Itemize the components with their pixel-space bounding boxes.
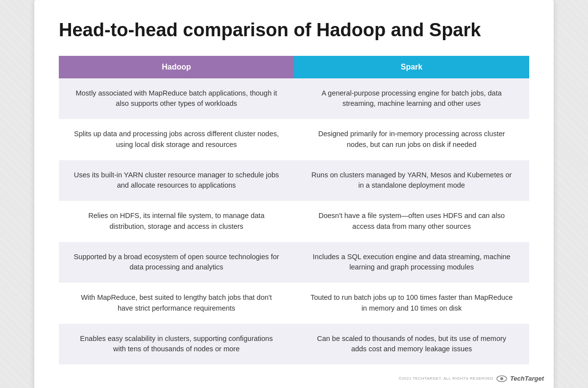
table-row: Splits up data and processing jobs acros… [59, 119, 529, 160]
main-card: Head-to-head comparison of Hadoop and Sp… [34, 0, 554, 388]
cell-hadoop: Enables easy scalability in clusters, su… [59, 324, 294, 365]
cell-hadoop: With MapReduce, best suited to lengthy b… [59, 283, 294, 324]
table-row: Enables easy scalability in clusters, su… [59, 324, 529, 365]
cell-spark: Can be scaled to thousands of nodes, but… [294, 324, 529, 365]
cell-hadoop: Splits up data and processing jobs acros… [59, 119, 294, 160]
table-row: Uses its built-in YARN cluster resource … [59, 160, 529, 201]
comparison-table: Hadoop Spark Mostly associated with MapR… [59, 56, 529, 365]
page-title: Head-to-head comparison of Hadoop and Sp… [59, 20, 529, 41]
header-hadoop: Hadoop [59, 56, 294, 78]
table-row: Relies on HDFS, its internal file system… [59, 201, 529, 242]
table-row: Mostly associated with MapReduce batch a… [59, 78, 529, 120]
cell-spark: A general-purpose processing engine for … [294, 78, 529, 120]
svg-point-1 [500, 377, 503, 380]
cell-hadoop: Relies on HDFS, its internal file system… [59, 201, 294, 242]
table-row: With MapReduce, best suited to lengthy b… [59, 283, 529, 324]
cell-hadoop: Uses its built-in YARN cluster resource … [59, 160, 294, 201]
cell-spark: Doesn't have a file system—often uses HD… [294, 201, 529, 242]
brand-name: TechTarget [510, 375, 544, 382]
cell-hadoop: Mostly associated with MapReduce batch a… [59, 78, 294, 120]
footer-copyright: ©2021 TechTarget. All rights reserved [398, 376, 493, 381]
cell-hadoop: Supported by a broad ecosystem of open s… [59, 242, 294, 283]
cell-spark: Runs on clusters managed by YARN, Mesos … [294, 160, 529, 201]
eye-icon [496, 375, 507, 382]
header-spark: Spark [294, 56, 529, 78]
footer: ©2021 TechTarget. All rights reserved Te… [398, 375, 544, 382]
cell-spark: Touted to run batch jobs up to 100 times… [294, 283, 529, 324]
table-row: Supported by a broad ecosystem of open s… [59, 242, 529, 283]
cell-spark: Designed primarily for in-memory process… [294, 119, 529, 160]
cell-spark: Includes a SQL execution engine and data… [294, 242, 529, 283]
